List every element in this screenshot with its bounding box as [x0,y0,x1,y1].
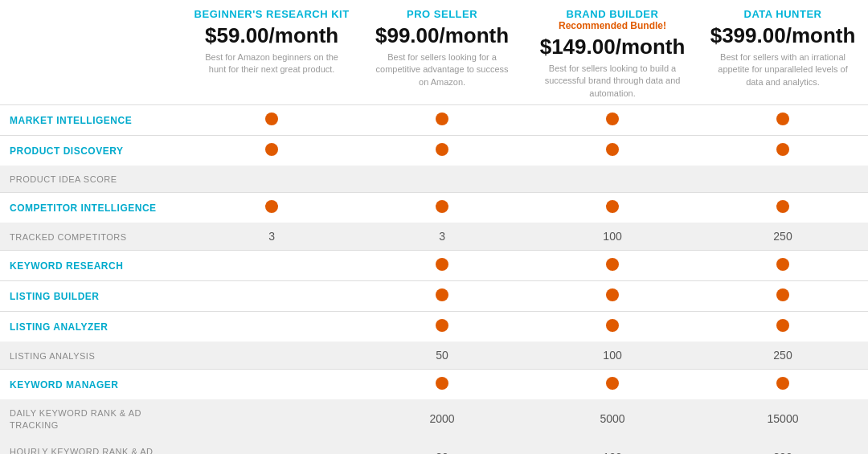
feature-row-6: LISTING BUILDER [0,281,868,312]
feature-label-7: LISTING ANALYZER [0,312,186,342]
feature-row-3: COMPETITOR INTELLIGENCE [0,193,868,223]
feature-value-text: 250 [773,349,792,362]
feature-dot [606,143,619,156]
feature-value-6-2 [527,281,698,312]
feature-dot [436,200,448,213]
feature-dot [776,288,789,301]
feature-row-5: KEYWORD RESEARCH [0,251,868,281]
feature-label-3: COMPETITOR INTELLIGENCE [0,193,186,223]
feature-label-6: LISTING BUILDER [0,281,186,312]
sub-label: PRODUCT IDEA SCORE [10,174,117,184]
category-label: PRODUCT DISCOVERY [10,145,123,157]
feature-value-2-0 [186,166,357,193]
feature-value-7-2 [527,312,698,342]
plan-desc-beginner: Best for Amazon beginners on the hunt fo… [203,51,340,76]
plan-desc-brand: Best for sellers looking to build a succ… [544,63,681,100]
feature-label-0: MARKET INTELLIGENCE [0,105,186,136]
category-label: LISTING ANALYZER [10,321,108,333]
feature-row-1: PRODUCT DISCOVERY [0,136,868,166]
sub-label: DAILY KEYWORD RANK & AD TRACKING [10,408,141,430]
sub-label: TRACKED COMPETITORS [10,232,127,242]
plan-header-pro: PRO SELLER$99.00/monthBest for sellers l… [357,0,527,105]
pricing-container: BEGINNER'S RESEARCH KIT$59.00/monthBest … [0,0,868,454]
plan-header-brand: BRAND BUILDERRecommended Bundle!$149.00/… [527,0,698,105]
feature-value-4-3: 250 [698,223,868,251]
feature-dot [265,143,278,156]
feature-dot [776,258,789,271]
plan-name-brand: BRAND BUILDER [534,8,691,20]
feature-value-11-3: 300 [698,438,868,454]
feature-row-2: PRODUCT IDEA SCORE [0,166,868,193]
feature-dot [265,112,278,125]
category-label: COMPETITOR INTELLIGENCE [10,202,157,214]
feature-value-0-0 [186,105,357,136]
sub-label: LISTING ANALYSIS [10,351,95,361]
feature-dot [606,377,619,390]
feature-value-5-2 [527,251,698,281]
feature-dot [436,258,448,271]
feature-value-8-2: 100 [527,342,698,370]
feature-value-text: 100 [603,349,621,362]
feature-value-9-0 [186,370,357,400]
feature-value-2-3 [698,166,868,193]
feature-label-1: PRODUCT DISCOVERY [0,136,186,166]
pricing-table: BEGINNER'S RESEARCH KIT$59.00/monthBest … [0,0,868,454]
plan-price-hunter: $399.00/month [704,23,862,48]
feature-value-6-1 [357,281,527,312]
feature-value-6-0 [186,281,357,312]
feature-value-4-0: 3 [186,223,357,251]
feature-value-text: 50 [436,349,448,362]
feature-value-text: 15000 [768,412,799,425]
feature-value-11-2: 100 [527,438,698,454]
sub-label: HOURLY KEYWORD RANK & AD TRACKING [10,447,153,454]
feature-dot [436,288,448,301]
feature-value-2-1 [357,166,527,193]
feature-value-1-0 [186,136,357,166]
feature-value-3-2 [527,193,698,223]
feature-value-text: 300 [773,451,792,454]
feature-value-10-3: 15000 [698,399,868,438]
feature-value-text: 3 [439,230,445,243]
feature-value-11-0 [186,438,357,454]
feature-label-4: TRACKED COMPETITORS [0,223,186,251]
feature-dot [265,200,278,213]
feature-value-8-1: 50 [357,342,527,370]
feature-dot [606,258,619,271]
category-label: MARKET INTELLIGENCE [10,115,132,126]
plan-price-brand: $149.00/month [534,35,691,59]
feature-value-9-3 [698,370,868,400]
plan-desc-hunter: Best for sellers with an irrational appe… [714,51,851,88]
feature-value-3-3 [698,193,868,223]
feature-label-11: HOURLY KEYWORD RANK & AD TRACKING [0,438,186,454]
plan-header-beginner: BEGINNER'S RESEARCH KIT$59.00/monthBest … [186,0,357,105]
feature-dot [606,288,619,301]
feature-dot [436,377,448,390]
feature-value-8-0 [186,342,357,370]
plan-header-hunter: DATA HUNTER$399.00/monthBest for sellers… [698,0,868,105]
feature-value-11-1: 30 [357,438,527,454]
feature-value-text: 100 [603,451,621,454]
feature-label-8: LISTING ANALYSIS [0,342,186,370]
feature-label-5: KEYWORD RESEARCH [0,251,186,281]
corner-cell [0,0,186,105]
recommended-label-brand: Recommended Bundle! [534,20,691,31]
feature-value-text: 30 [436,451,448,454]
feature-value-9-2 [527,370,698,400]
feature-value-4-1: 3 [357,223,527,251]
feature-row-8: LISTING ANALYSIS50100250 [0,342,868,370]
feature-value-7-3 [698,312,868,342]
plan-name-beginner: BEGINNER'S RESEARCH KIT [193,8,350,20]
feature-row-7: LISTING ANALYZER [0,312,868,342]
feature-value-5-0 [186,251,357,281]
feature-value-1-2 [527,136,698,166]
feature-value-3-1 [357,193,527,223]
category-label: KEYWORD RESEARCH [10,260,123,272]
feature-value-8-3: 250 [698,342,868,370]
feature-row-11: HOURLY KEYWORD RANK & AD TRACKING3010030… [0,438,868,454]
feature-value-1-3 [698,136,868,166]
feature-value-0-3 [698,105,868,136]
plan-desc-pro: Best for sellers looking for a competiti… [374,51,510,88]
feature-value-text: 100 [603,230,621,243]
feature-value-9-1 [357,370,527,400]
feature-dot [776,319,789,332]
